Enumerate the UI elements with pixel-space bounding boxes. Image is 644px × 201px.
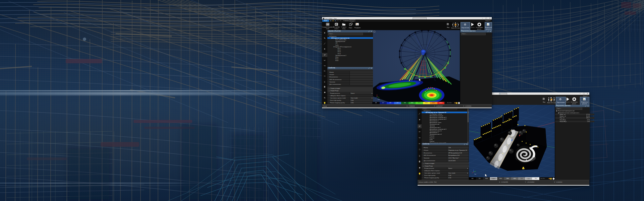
svg-text:1 м: 1 м <box>378 99 380 100</box>
svg-text:1 м: 1 м <box>474 174 476 175</box>
